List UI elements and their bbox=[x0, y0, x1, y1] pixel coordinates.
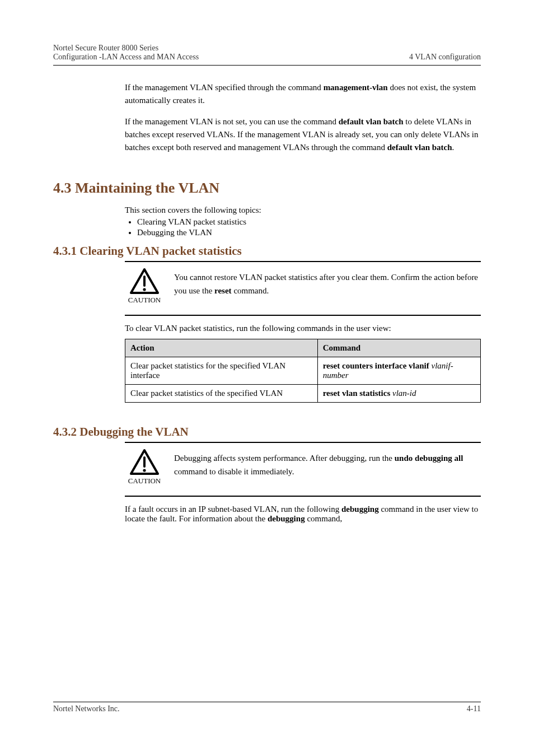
caution-callout: CAUTION Debugging affects system perform… bbox=[125, 442, 481, 497]
table-header-command: Command bbox=[317, 339, 480, 357]
text: command to disable it immediately. bbox=[174, 467, 294, 476]
heading-4-3-1: 4.3.1 Clearing VLAN packet statistics bbox=[53, 244, 481, 258]
footer-right: 4-11 bbox=[467, 704, 481, 713]
text: command. bbox=[232, 286, 269, 295]
command-text: reset bbox=[214, 286, 232, 295]
caution-text: Debugging affects system performance. Af… bbox=[174, 449, 481, 486]
topic-list: Clearing VLAN packet statistics Debuggin… bbox=[137, 217, 481, 237]
table-header-action: Action bbox=[125, 339, 318, 357]
command-text: default vlan batch bbox=[339, 117, 404, 126]
text: If the management VLAN specified through… bbox=[125, 83, 324, 92]
svg-point-5 bbox=[143, 469, 146, 472]
command-text: default vlan batch bbox=[387, 143, 452, 152]
table-row: Clear packet statistics for the specifie… bbox=[125, 357, 481, 385]
command-table: Action Command Clear packet statistics f… bbox=[125, 339, 481, 403]
caution-icon: CAUTION bbox=[125, 268, 164, 305]
intro-paragraph-2: If the management VLAN is not set, you c… bbox=[125, 115, 481, 155]
caution-callout: CAUTION You cannot restore VLAN packet s… bbox=[125, 261, 481, 316]
page-footer: Nortel Networks Inc. 4-11 bbox=[53, 702, 481, 713]
header-right-line1: 4 VLAN configuration bbox=[409, 53, 481, 62]
section-intro: This section covers the following topics… bbox=[125, 206, 481, 215]
command-text: debugging bbox=[341, 505, 379, 514]
table-row: Clear packet statistics of the specified… bbox=[125, 385, 481, 403]
header-left-line2: Configuration -LAN Access and MAN Access bbox=[53, 53, 199, 62]
table-cell-command: reset vlan statistics vlan-id bbox=[317, 385, 480, 403]
table-cell-command: reset counters interface vlanif vlanif-n… bbox=[317, 357, 480, 385]
tail-paragraph: If a fault occurs in an IP subnet-based … bbox=[125, 505, 481, 524]
page-header: Nortel Secure Router 8000 Series Configu… bbox=[53, 44, 481, 65]
text: Debugging affects system performance. Af… bbox=[174, 454, 395, 463]
intro-paragraph-1: If the management VLAN specified through… bbox=[125, 81, 481, 108]
list-item: Clearing VLAN packet statistics bbox=[137, 217, 481, 227]
caution-label: CAUTION bbox=[125, 477, 164, 486]
command-text: reset vlan statistics bbox=[323, 389, 391, 398]
text: command, bbox=[305, 514, 343, 523]
text: If the management VLAN is not set, you c… bbox=[125, 117, 339, 126]
caution-text: You cannot restore VLAN packet statistic… bbox=[174, 268, 481, 305]
table-lead-in: To clear VLAN packet statistics, run the… bbox=[125, 324, 481, 333]
caution-icon: CAUTION bbox=[125, 449, 164, 486]
text: . bbox=[452, 143, 455, 152]
footer-rule bbox=[53, 702, 481, 702]
command-text: debugging bbox=[268, 514, 305, 523]
table-cell-action: Clear packet statistics of the specified… bbox=[125, 385, 318, 403]
caution-label: CAUTION bbox=[125, 296, 164, 305]
footer-left: Nortel Networks Inc. bbox=[53, 704, 120, 713]
header-rule bbox=[53, 65, 481, 66]
table-cell-action: Clear packet statistics for the specifie… bbox=[125, 357, 318, 385]
heading-4-3: 4.3 Maintaining the VLAN bbox=[53, 180, 481, 197]
command-text: reset counters interface vlanif bbox=[323, 361, 429, 370]
list-item: Debugging the VLAN bbox=[137, 228, 481, 237]
text: If a fault occurs in an IP subnet-based … bbox=[125, 505, 341, 514]
command-arg: vlan-id bbox=[392, 389, 416, 398]
heading-4-3-2: 4.3.2 Debugging the VLAN bbox=[53, 425, 481, 439]
header-left-line1: Nortel Secure Router 8000 Series bbox=[53, 44, 199, 53]
command-text: management-vlan bbox=[324, 83, 388, 92]
command-text: undo debugging all bbox=[395, 454, 463, 463]
svg-point-2 bbox=[143, 288, 146, 291]
